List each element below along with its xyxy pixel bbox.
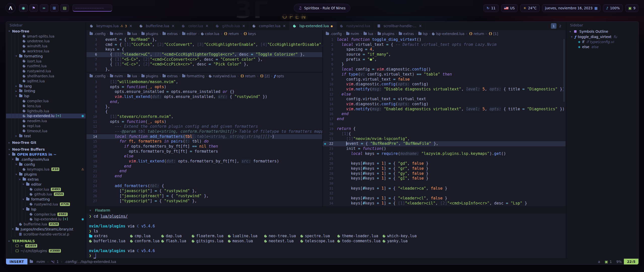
code-line[interactable]: 27 ["typescript"] = { "rustywind" }, <box>87 199 322 204</box>
tree-item[interactable]: ▾config <box>6 162 86 167</box>
code-line[interactable]: 7 { [1]"<S-C>", [2]"<cmd>CccConvert<cr>"… <box>87 57 322 62</box>
code-line[interactable]: 24 local keys = require(modname: "lazyvi… <box>323 151 566 156</box>
code-line[interactable]: 8 if type(v: config.virtual_text) == "ta… <box>323 72 566 77</box>
terminal-output[interactable]: ❯ cd lua/plugins/nvim/lua/plugins via ☾ … <box>87 214 566 258</box>
code-line[interactable]: 27 keys[#keys + 1] = { "gr", false } <box>323 166 566 171</box>
section-header-neo-tree-buffers[interactable]: ▾Neo-Tree Buffers <box>6 147 86 152</box>
code-line[interactable]: 7 local config = vim.diagnostic.config() <box>323 67 566 72</box>
tree-item[interactable]: ▾plugins <box>6 172 86 177</box>
tree-item[interactable]: compiler.lua <box>6 98 86 104</box>
tree-item[interactable]: ▾.config/nvim/lua <box>6 157 86 162</box>
tree-item[interactable]: isort.lua <box>6 59 86 64</box>
tree-item[interactable]: sqlfmt.lua <box>6 79 86 84</box>
tree-item[interactable]: worktree.lua <box>6 49 86 54</box>
search-input[interactable] <box>72 5 112 12</box>
tree-item[interactable]: smart-splits.lua <box>6 34 86 39</box>
symbols-outline-header[interactable]: ▾ Symbols Outline <box>567 29 638 34</box>
code-line[interactable]: 28 keys[#keys + 1] = { "gy", false } <box>323 171 566 176</box>
tab-lsp-extended-lua[interactable]: lsp-extended.lua● <box>290 22 337 30</box>
code-line[interactable]: 5 prefix = "●", <box>323 57 566 62</box>
tree-item[interactable]: lsp-extended.lu[+]◉ <box>6 114 86 119</box>
code-line[interactable]: 34 keys[#keys + 1] = { [1]"<leader>cil",… <box>323 201 566 206</box>
code-line[interactable]: 10 [1]"stevearc/conform.nvim", <box>87 114 322 119</box>
tree-item[interactable]: ▾lsp <box>6 207 86 212</box>
tree-item[interactable]: ▾extras <box>6 177 86 182</box>
tree-item[interactable]: rustywind.lua#726 <box>6 202 86 207</box>
code-line[interactable]: 25 <box>323 156 566 161</box>
tab-bufferline-lua[interactable]: bufferline.lua× <box>136 22 178 30</box>
code-line[interactable]: 4 source = "if_many", <box>323 52 566 57</box>
code-line[interactable]: 9 }, <box>87 67 322 72</box>
code-line[interactable]: 12 --- Extend the conform plugin config … <box>87 124 322 129</box>
tree-item[interactable]: scrollbar-handle-vertical.p <box>6 232 86 237</box>
code-line[interactable]: 31 keys[#keys + 1] = { "<leader>ca", fal… <box>323 186 566 191</box>
code-line[interactable]: 8 }, <box>87 104 322 109</box>
tab-page-2[interactable]: 2 <box>557 23 563 29</box>
code-line[interactable]: 10 vim.diagnostic.config(opts: config) <box>323 82 566 87</box>
tree-item[interactable]: ▾formatting <box>6 197 86 202</box>
code-line[interactable]: 2 local virtual_text = { -- Default virt… <box>323 42 566 47</box>
outline-item[interactable]: ▾ƒtoggle_diag_virtextfu <box>567 34 638 39</box>
tree-item[interactable]: bufferline.lua#328 <box>6 222 86 227</box>
close-icon[interactable]: × <box>283 24 286 28</box>
tree-item[interactable]: lightbulb.lua <box>6 109 86 114</box>
workspace-button-3[interactable]: ∞ <box>40 4 48 12</box>
tree-item[interactable]: undotree.lua <box>6 39 86 44</box>
code-line[interactable]: 15 for ft, formatters in pairs(t: tbl) d… <box>87 139 322 144</box>
code-line[interactable]: 29 keys[#keys + 1] = { "gI", false } <box>323 176 566 181</box>
close-icon[interactable]: × <box>129 24 132 28</box>
code-line[interactable]: 23 init = function() <box>323 146 566 151</box>
code-line[interactable]: 23 <box>87 179 322 184</box>
tab-keymaps-lua[interactable]: keymaps.lua⚠3× <box>87 22 136 30</box>
music-player-widget[interactable]: ♫ Spiritbox - Rule Of Nines <box>294 4 350 12</box>
code-line[interactable]: 6 vim.list_extend(dst: opts.ensure_insta… <box>87 94 322 99</box>
tree-item[interactable]: github.lua#654 <box>6 192 86 197</box>
code-line[interactable]: 19 vim.list_extend(dst: opts.formatters_… <box>87 159 322 164</box>
code-line[interactable]: 13 ---@param tbl table<string, conform.F… <box>87 129 322 134</box>
close-icon[interactable]: × <box>242 24 246 28</box>
code-line[interactable]: 3 event = { "BufRead" }, <box>87 37 322 42</box>
code-line[interactable]: 24 add_formatters(tbl: { <box>87 184 322 189</box>
weather-widget[interactable]: ☀24°C <box>520 4 539 12</box>
code-line[interactable]: 8 { [1]"<C-c>", [2]"<cmd>CccPick<cr>", d… <box>87 62 322 67</box>
notifications-widget[interactable]: ▣9 <box>625 4 638 12</box>
code-line[interactable]: 26 keys[#keys + 1] = { "gd", false } <box>323 161 566 166</box>
tree-item[interactable]: winshift.lua <box>6 44 86 49</box>
tree-item[interactable]: lsp-extended.lu[+]◉ <box>6 217 86 222</box>
code-line[interactable]: 20 [1]{ <box>323 131 566 137</box>
tree-item[interactable]: ▾formatting <box>6 54 86 59</box>
tab-github-lua[interactable]: github.lua× <box>212 22 249 30</box>
tab-scrollbar-handle-[interactable]: scrollbar-handle-…× <box>374 22 426 30</box>
code-line[interactable]: 17end <box>323 117 566 122</box>
code-line[interactable]: 22 end <box>87 174 322 179</box>
close-icon[interactable]: × <box>205 24 209 28</box>
code-line[interactable]: 6 { [1]"<leader>uC", [2]"<cmd>CccHighlig… <box>87 52 322 57</box>
code-line[interactable]: 7 end, <box>87 99 322 105</box>
code-line[interactable]: 18 <box>323 122 566 127</box>
code-line[interactable]: 9 { <box>87 109 322 114</box>
floaterm-header[interactable]: ▾ Floaterm <box>87 207 566 214</box>
keyboard-layout-widget[interactable]: US <box>501 4 518 12</box>
tree-item[interactable]: ▾editor <box>6 182 86 187</box>
tree-item[interactable]: ▸test <box>6 133 86 139</box>
workspace-button-4[interactable]: ⊞ <box>50 4 59 12</box>
workspace-button-2[interactable]: ⚑ <box>29 4 38 12</box>
code-line[interactable]: 13 config.virtual_text = virtual_text <box>323 97 566 102</box>
tree-item[interactable]: ~/.c/n/l/plugins#3980 <box>6 248 86 253</box>
code-line[interactable]: 33 keys[#keys + 1] = { "<leader>cl", fal… <box>323 196 566 201</box>
code-line[interactable]: 12 else <box>323 92 566 97</box>
code-line[interactable]: 18 else <box>87 154 322 159</box>
tab-page-1[interactable]: 1 <box>551 23 556 29</box>
section-header-neo-tree[interactable]: ▾Neo-Tree <box>6 29 86 34</box>
code-line[interactable]: 16 if opts.formatters_by_ft[ft] == nil t… <box>87 144 322 149</box>
tab-rustywind-lua[interactable]: rustywind.lua <box>337 22 374 30</box>
code-line[interactable]: 5 opts.ensure_installed = opts.ensure_in… <box>87 89 322 94</box>
outline-item[interactable]: ◈elseelse <box>567 44 638 49</box>
date-widget[interactable]: jueves, noviembre 16, 2023▦ <box>542 4 601 12</box>
code-line[interactable]: 14 vim.diagnostic.config(opts: config) <box>323 102 566 107</box>
tree-item[interactable]: compiler.lua#682 <box>6 212 86 217</box>
tree-item[interactable]: ▸linting <box>6 89 86 94</box>
updates-widget[interactable]: ↻11 <box>484 4 499 12</box>
workspace-button-1[interactable]: ◉ <box>19 4 28 12</box>
code-line[interactable]: 3 spacing = 4, <box>323 47 566 52</box>
